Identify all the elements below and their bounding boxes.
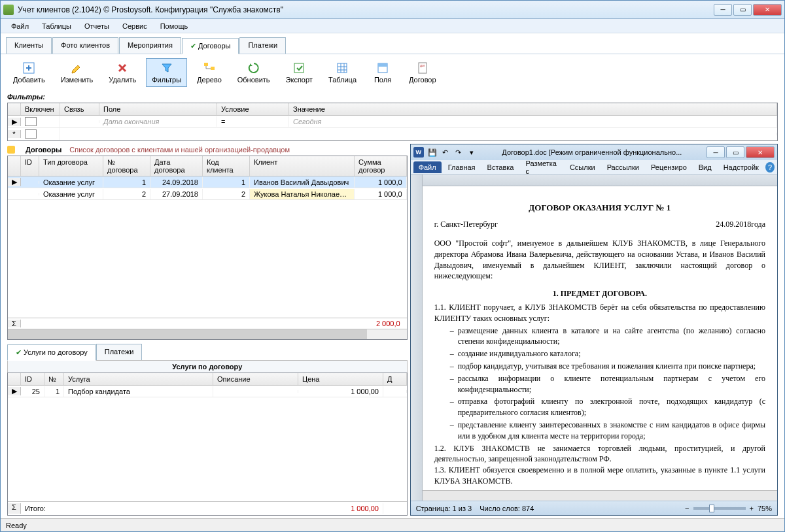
menu-help[interactable]: Помощь [155,21,194,31]
doc-section-1: 1. ПРЕДМЕТ ДОГОВОРА. [434,288,765,299]
main-tabs: Клиенты Фото клиентов Мероприятия ✔Догов… [1,33,784,54]
left-pane: Договоры Список договоров с клиентами и … [7,144,408,516]
filter-enabled-checkbox[interactable] [25,129,37,139]
ruler-horizontal[interactable] [423,175,777,186]
contract-row[interactable]: Оказание услуг227.09.20182Жукова Наталья… [8,188,407,200]
status-text: Ready [6,522,27,529]
main-window: Учет клиентов (2.1042) © Prostoysoft. Ко… [0,0,785,532]
doc-list-1: размещение данных клиента в каталоге и н… [450,325,765,442]
toolbar-fields-button[interactable]: Поля [366,58,399,87]
toolbar-filter-button[interactable]: Фильтры [146,58,187,87]
ribbon-tab-layout[interactable]: Разметка с [520,158,563,177]
help-icon[interactable]: ? [765,162,775,173]
sigma-icon: Σ [8,503,21,514]
ribbon-tab-file[interactable]: Файл [413,161,442,173]
services-grid: ID № Услуга Описание Цена Д ▶ 25 1 Подбо… [7,373,408,516]
svg-rect-1 [204,63,208,66]
undo-icon[interactable]: ↶ [440,146,451,158]
zoom-slider[interactable] [693,507,746,510]
sub-tab-payments[interactable]: Платежи [96,344,143,360]
ribbon-tab-review[interactable]: Рецензиро [646,161,692,173]
tab-clients[interactable]: Клиенты [6,37,52,54]
word-maximize-button[interactable]: ▭ [726,146,744,158]
contracts-grid: ID Тип договора № договора Дата договора… [7,156,408,340]
tab-payments[interactable]: Платежи [239,37,286,54]
word-scrollbar-horizontal[interactable] [423,490,777,501]
row-indicator-icon: ▶ [8,118,21,126]
folder-icon [7,146,15,154]
services-title: Услуги по договору [7,360,408,373]
minimize-button[interactable]: ─ [714,4,732,16]
tree-icon [203,61,216,75]
toolbar-doc-button[interactable]: догДоговор [403,58,442,87]
contract-row[interactable]: ▶Оказание услуг124.09.20181Иванов Васили… [8,176,407,188]
services-summary: Σ Итого: 1 000,00 [8,501,407,515]
content-area: Фильтры: Включен Связь Поле Условие Знач… [1,91,784,518]
services-header: ID № Услуга Описание Цена Д [8,373,407,386]
window-title: Учет клиентов (2.1042) © Prostoysoft. Ко… [18,5,714,14]
ribbon-tab-home[interactable]: Главная [443,161,481,173]
ribbon-tab-mailings[interactable]: Рассылки [602,161,644,173]
word-app-icon: W [413,147,424,158]
doc-date: 24.09.2018года [716,219,765,230]
filter-enabled-checkbox[interactable] [25,117,37,126]
titlebar: Учет клиентов (2.1042) © Prostoysoft. Ко… [1,1,784,19]
toolbar: ДобавитьИзменитьУдалитьФильтрыДеревоОбно… [1,54,784,91]
svg-rect-2 [211,67,215,70]
delete-icon [116,61,129,75]
qat-dropdown-icon[interactable]: ▾ [466,146,478,158]
filter-new-row[interactable]: * [8,128,777,141]
word-wordcount[interactable]: Число слов: 874 [480,505,534,512]
word-page-status[interactable]: Страница: 1 из 3 [416,505,472,512]
doc-p-12: 1.2. КЛУБ ЗНАКОМСТВ не занимается торгов… [434,443,765,465]
ribbon-tab-references[interactable]: Ссылки [565,161,601,173]
save-icon[interactable]: 💾 [427,146,438,158]
svg-rect-3 [294,63,304,73]
word-titlebar: W 💾 ↶ ↷ ▾ Договор1.doc [Режим ограниченн… [411,144,777,160]
redo-icon[interactable]: ↷ [453,146,464,158]
contracts-body: ▶Оказание услуг124.09.20181Иванов Васили… [8,176,407,318]
ribbon-tab-view[interactable]: Вид [693,161,717,173]
tab-photos[interactable]: Фото клиентов [52,37,118,54]
toolbar-add-button[interactable]: Добавить [7,58,51,87]
toolbar-refresh-button[interactable]: Обновить [232,58,276,87]
ruler-vertical[interactable] [411,175,423,501]
contracts-summary: Σ 2 000,0 [8,318,407,329]
menu-service[interactable]: Сервис [117,21,152,31]
filter-icon [160,61,173,75]
toolbar-export-button[interactable]: Экспорт [280,58,319,87]
sub-tab-services[interactable]: ✔Услуги по договору [7,344,96,361]
toolbar-edit-button[interactable]: Изменить [55,58,99,87]
ribbon-tab-insert[interactable]: Вставка [482,161,519,173]
word-quick-access: 💾 ↶ ↷ ▾ [427,146,478,158]
app-statusbar: Ready [1,518,784,531]
refresh-icon [247,61,260,75]
word-document[interactable]: ДОГОВОР ОКАЗАНИЯ УСЛУГ № 1 г. Санкт-Пете… [423,186,777,490]
toolbar-table-button[interactable]: Таблица [323,58,362,87]
word-minimize-button[interactable]: ─ [706,146,725,158]
svg-rect-4 [338,63,347,73]
tab-events[interactable]: Мероприятия [119,37,181,54]
services-body: ▶ 25 1 Подбор кандидата 1 000,00 [8,386,407,501]
maximize-button[interactable]: ▭ [733,4,752,16]
zoom-out-icon[interactable]: − [685,505,689,512]
menu-tables[interactable]: Таблицы [37,21,77,31]
ribbon-tab-addins[interactable]: Надстройк [718,161,764,173]
scrollbar-horizontal[interactable] [8,329,407,339]
menu-reports[interactable]: Отчеты [79,21,114,31]
check-icon: ✔ [190,42,196,50]
filter-row[interactable]: ▶ Дата окончания = Сегодня [8,116,777,128]
tab-contracts[interactable]: ✔Договоры [182,38,239,54]
zoom-level[interactable]: 75% [758,505,772,512]
export-icon [292,61,305,75]
toolbar-tree-button[interactable]: Дерево [191,58,228,87]
contracts-header: ID Тип договора № договора Дата договора… [8,156,407,176]
menu-file[interactable]: Файл [6,21,34,31]
zoom-in-icon[interactable]: + [750,505,754,512]
toolbar-delete-button[interactable]: Удалить [103,58,142,87]
close-button[interactable]: ✕ [753,4,782,16]
service-row[interactable]: ▶ 25 1 Подбор кандидата 1 000,00 [8,386,407,397]
doc-icon: дог [416,61,429,75]
word-close-button[interactable]: ✕ [746,146,775,158]
word-window: W 💾 ↶ ↷ ▾ Договор1.doc [Режим ограниченн… [410,144,778,516]
